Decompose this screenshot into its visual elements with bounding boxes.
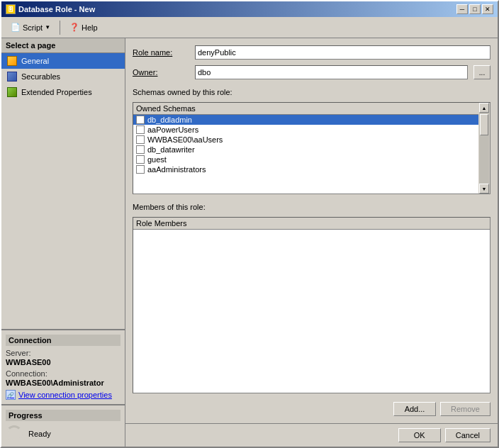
script-icon: 📄: [11, 23, 21, 32]
sidebar-item-extended[interactable]: Extended Properties: [1, 84, 125, 100]
ok-button[interactable]: OK: [398, 428, 441, 442]
schemas-scroll-track: [479, 113, 489, 184]
schemas-label: Schemas owned by this role:: [133, 88, 490, 96]
content-panel: Role name: Owner: ... Schemas owned by t…: [125, 38, 498, 423]
connection-header: Connection: [6, 335, 120, 346]
members-container: Role Members: [133, 217, 490, 393]
maximize-button[interactable]: □: [469, 4, 481, 14]
server-value: WWBASE00: [6, 358, 120, 366]
schemas-scroll-down[interactable]: ▼: [479, 184, 489, 194]
schema-name-aausers: WWBASE00\aaUsers: [147, 135, 223, 144]
toolbar-separator: [60, 21, 60, 35]
window-icon: 🗄: [6, 4, 16, 14]
schemas-container: Owned Schemas db_ddladmin aaPowerUsers: [133, 102, 490, 194]
sidebar-header: Select a page: [1, 38, 125, 53]
schema-row-administrators[interactable]: aaAdministrators: [133, 164, 478, 174]
main-window: 🗄 Database Role - New ─ □ ✕ 📄 Script ▼ ❓…: [0, 0, 499, 448]
window-title: Database Role - New: [18, 5, 95, 13]
progress-section: Progress Ready: [1, 404, 125, 447]
script-dropdown-arrow: ▼: [45, 24, 50, 30]
schema-check-guest[interactable]: [136, 155, 145, 164]
role-name-row: Role name:: [133, 45, 490, 60]
connection-label: Connection:: [6, 369, 120, 378]
view-link-text: View connection properties: [18, 391, 112, 399]
securables-icon: [7, 72, 17, 82]
sidebar-item-general[interactable]: General: [1, 53, 125, 69]
sidebar-label-securables: Securables: [21, 72, 60, 81]
schema-row-datawriter[interactable]: db_datawriter: [133, 145, 478, 155]
schema-name-ddladmin: db_ddladmin: [147, 116, 192, 124]
help-icon: ❓: [69, 23, 79, 32]
schema-row-powerusers[interactable]: aaPowerUsers: [133, 125, 478, 135]
remove-button[interactable]: Remove: [440, 402, 490, 416]
sidebar-item-securables[interactable]: Securables: [1, 69, 125, 84]
link-icon: 🔗: [6, 390, 16, 400]
schema-row-aausers[interactable]: WWBASE00\aaUsers: [133, 135, 478, 145]
schema-name-datawriter: db_datawriter: [147, 145, 195, 154]
connection-section: Connection Server: WWBASE00 Connection: …: [1, 329, 125, 404]
cancel-button[interactable]: Cancel: [445, 428, 490, 442]
server-label: Server:: [6, 349, 120, 357]
schema-row-ddladmin[interactable]: db_ddladmin: [133, 115, 478, 125]
schemas-scroll-thumb[interactable]: [480, 114, 488, 135]
general-icon: [7, 56, 17, 66]
progress-spinner: [6, 425, 23, 442]
schema-check-datawriter[interactable]: [136, 145, 145, 154]
connection-value: WWBASE00\Administrator: [6, 379, 120, 387]
members-column-header: Role Members: [133, 218, 490, 230]
schemas-scroll-up[interactable]: ▲: [479, 103, 489, 113]
script-label: Script: [23, 23, 43, 32]
owner-input[interactable]: [195, 65, 468, 79]
schema-check-powerusers[interactable]: [136, 125, 145, 134]
extended-icon: [7, 87, 17, 97]
progress-header: Progress: [6, 410, 120, 421]
script-button[interactable]: 📄 Script ▼: [6, 21, 55, 34]
members-label: Members of this role:: [133, 203, 490, 211]
close-button[interactable]: ✕: [482, 4, 493, 14]
schema-row-guest[interactable]: guest: [133, 155, 478, 164]
schemas-column-header: Owned Schemas: [133, 103, 478, 115]
toolbar: 📄 Script ▼ ❓ Help: [1, 17, 498, 38]
role-name-underline: R: [133, 48, 138, 57]
help-button[interactable]: ❓ Help: [65, 21, 103, 34]
add-remove-row: Add... Remove: [133, 402, 490, 416]
sidebar-label-extended: Extended Properties: [21, 88, 92, 96]
schema-name-guest: guest: [147, 155, 167, 164]
sidebar-label-general: General: [21, 57, 49, 65]
schemas-inner: Owned Schemas db_ddladmin aaPowerUsers: [133, 103, 478, 194]
dialog-buttons: OK Cancel: [125, 423, 498, 447]
schema-check-aausers[interactable]: [136, 135, 145, 144]
role-name-input[interactable]: [195, 45, 490, 60]
view-connection-link[interactable]: 🔗 View connection properties: [6, 390, 120, 400]
sidebar-bottom: Connection Server: WWBASE00 Connection: …: [1, 329, 125, 447]
schema-name-administrators: aaAdministrators: [147, 165, 206, 174]
progress-status: Ready: [28, 430, 51, 438]
schemas-column-label: Owned Schemas: [136, 104, 196, 113]
role-name-label: Role name:: [133, 48, 189, 57]
title-controls: ─ □ ✕: [456, 4, 493, 14]
schema-check-ddladmin[interactable]: [136, 116, 145, 124]
schema-check-administrators[interactable]: [136, 165, 145, 174]
title-bar: 🗄 Database Role - New ─ □ ✕: [1, 1, 498, 17]
schemas-scrollbar: ▲ ▼: [478, 103, 490, 194]
owner-label: Owner:: [133, 68, 189, 77]
main-content: Select a page General Securables Extende…: [1, 38, 498, 447]
progress-content: Ready: [6, 425, 120, 442]
members-inner: Role Members: [133, 218, 490, 393]
add-button[interactable]: Add...: [393, 402, 436, 416]
minimize-button[interactable]: ─: [456, 4, 468, 14]
browse-button[interactable]: ...: [473, 65, 490, 79]
content-inner: Role name: Owner: ... Schemas owned by t…: [125, 38, 498, 447]
sidebar: Select a page General Securables Extende…: [1, 38, 125, 447]
owner-row: Owner: ...: [133, 65, 490, 79]
help-label: Help: [82, 23, 98, 32]
schema-name-powerusers: aaPowerUsers: [147, 125, 198, 134]
